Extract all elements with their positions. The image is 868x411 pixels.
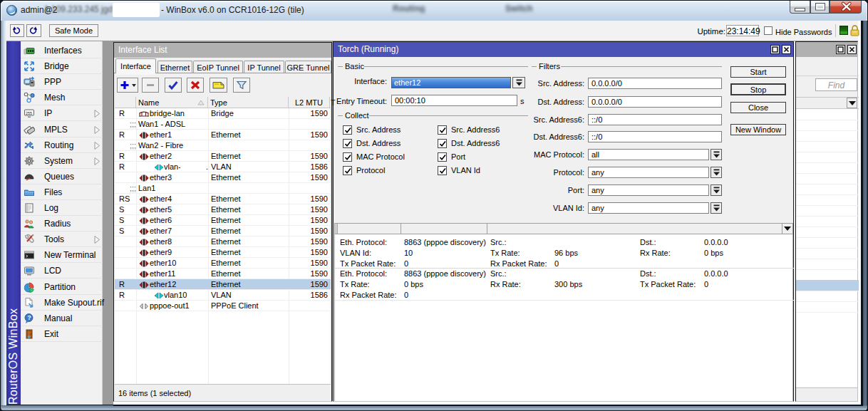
svg-text:?: ?	[27, 314, 31, 321]
svg-text:255: 255	[26, 111, 32, 115]
